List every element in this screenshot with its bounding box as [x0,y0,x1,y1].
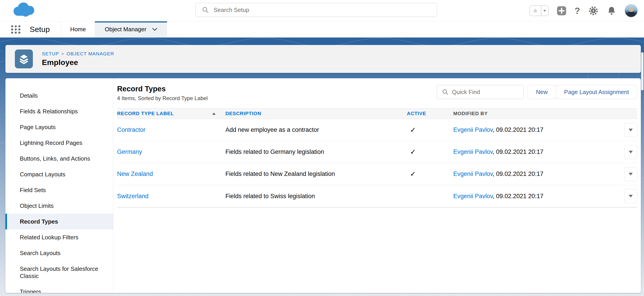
sidebar-item-buttons-links-actions[interactable]: Buttons, Links, and Actions [6,151,113,166]
modified-date: , 09.02.2021 20:17 [493,148,543,155]
modified-by-link[interactable]: Evgenii Pavlov [453,171,493,177]
notifications-bell-icon[interactable] [606,6,616,16]
user-avatar[interactable] [625,4,638,17]
global-header: ★ ? [0,0,644,21]
record-types-table: RECORD TYPE LABEL DESCRIPTION ACTIVE MOD… [117,108,637,208]
modified-by-link[interactable]: Evgenii Pavlov [453,148,493,155]
app-title: Setup [30,25,50,34]
panel-subtitle: 4 Items, Sorted by Record Type Label [117,95,208,101]
sidebar-item-triggers[interactable]: Triggers [6,284,113,293]
quick-create-plus-icon[interactable] [557,6,566,16]
column-header-description[interactable]: DESCRIPTION [226,111,407,116]
tab-home-label: Home [70,26,86,33]
record-types-panel: Record Types 4 Items, Sorted by Record T… [113,78,641,293]
table-row: Germany Fields related to Germany legisl… [117,141,637,163]
record-type-description: Fields related to Germany legislation [226,148,407,155]
panel-title: Record Types [117,85,208,93]
sidebar-item-search-layouts[interactable]: Search Layouts [6,245,113,261]
salesforce-setup-page: { "header": { "search_placeholder": "Sea… [0,0,644,296]
table-header-row: RECORD TYPE LABEL DESCRIPTION ACTIVE MOD… [117,108,637,119]
modified-date: , 09.02.2021 20:17 [493,171,543,177]
panel-buttons: New Page Layout Assignment [528,85,637,99]
column-header-modified-by: MODIFIED BY [453,111,616,116]
dropdown-arrow-icon [629,129,633,131]
table-row: New Zealand Fields related to New Zealan… [117,163,637,185]
active-check-icon: ✓ [410,148,416,156]
row-actions-dropdown-button[interactable] [624,145,637,159]
row-actions-dropdown-button[interactable] [624,123,637,137]
setup-gear-icon[interactable] [588,6,598,16]
column-header-record-type-label[interactable]: RECORD TYPE LABEL [117,111,226,116]
record-type-description: Add new employee as a contractor [226,126,407,133]
record-type-link[interactable]: Contractor [117,126,146,133]
modified-date: , 09.02.2021 20:17 [493,126,543,133]
sidebar-item-details[interactable]: Details [6,88,113,103]
table-row: Contractor Add new employee as a contrac… [117,119,637,141]
quick-find-input[interactable] [452,89,520,96]
sidebar-item-page-layouts[interactable]: Page Layouts [6,119,113,135]
new-button[interactable]: New [528,85,556,99]
object-icon [15,49,33,68]
breadcrumb-setup-link[interactable]: SETUP [42,51,59,56]
caret-down-icon [543,10,546,11]
active-check-icon: ✓ [410,126,416,134]
record-type-link[interactable]: Germany [117,148,142,155]
active-check-icon: ✓ [410,170,416,178]
favorites-control: ★ [530,6,548,16]
salesforce-cloud-logo [11,1,36,18]
favorites-list-button[interactable] [541,6,548,16]
modified-date: , 09.02.2021 20:17 [493,193,543,200]
column-header-active[interactable]: ACTIVE [407,111,453,116]
sort-ascending-icon [212,113,216,115]
record-type-description: Fields related to Swiss legislation [226,193,407,200]
record-type-description: Fields related to New Zealand legislatio… [226,171,407,177]
search-icon [202,6,209,13]
content-card: Details Fields & Relationships Page Layo… [6,78,641,293]
sidebar-item-compact-layouts[interactable]: Compact Layouts [6,166,113,182]
row-actions-dropdown-button[interactable] [624,189,637,203]
header-actions: ★ ? [530,0,638,21]
record-type-link[interactable]: New Zealand [117,171,153,177]
global-search [196,3,437,17]
sidebar-item-search-layouts-classic[interactable]: Search Layouts for Salesforce Classic [6,261,113,284]
dropdown-arrow-icon [629,151,633,153]
sidebar-item-fields-relationships[interactable]: Fields & Relationships [6,103,113,119]
quick-find [437,85,524,99]
tab-object-manager[interactable]: Object Manager [95,21,167,37]
help-icon[interactable]: ? [575,6,580,15]
setup-nav-bar: Setup Home Object Manager [0,21,644,37]
sidebar-item-lightning-record-pages[interactable]: Lightning Record Pages [6,135,113,151]
modified-by-link[interactable]: Evgenii Pavlov [453,193,493,200]
tab-object-manager-label: Object Manager [105,26,146,33]
page-title: Employee [42,58,114,67]
dropdown-arrow-icon [629,173,633,175]
breadcrumb: SETUP>OBJECT MANAGER [42,51,114,56]
row-actions-dropdown-button[interactable] [624,167,637,181]
dropdown-arrow-icon [629,195,633,198]
page-layout-assignment-button[interactable]: Page Layout Assignment [556,85,637,99]
favorites-star-button[interactable]: ★ [530,6,541,16]
chevron-down-icon [152,28,157,31]
object-sidebar: Details Fields & Relationships Page Layo… [6,78,113,293]
breadcrumb-object-manager-link[interactable]: OBJECT MANAGER [66,51,114,56]
search-icon [442,89,448,95]
layers-icon [18,53,30,65]
star-icon: ★ [532,7,538,15]
sidebar-item-related-lookup-filters[interactable]: Related Lookup Filters [6,229,113,245]
table-row: Switzerland Fields related to Swiss legi… [117,185,637,207]
record-type-link[interactable]: Switzerland [117,193,148,200]
column-label: RECORD TYPE LABEL [117,111,174,116]
app-launcher-waffle-icon[interactable] [11,25,21,34]
sidebar-item-object-limits[interactable]: Object Limits [6,198,113,214]
tab-home[interactable]: Home [61,21,95,37]
page-scrollbar-thumb[interactable] [641,52,644,90]
breadcrumb-separator: > [59,51,66,56]
breadcrumb-card: SETUP>OBJECT MANAGER Employee [6,45,641,73]
sidebar-item-record-types[interactable]: Record Types [6,214,113,229]
search-setup-input[interactable] [214,6,432,13]
sidebar-item-field-sets[interactable]: Field Sets [6,182,113,198]
modified-by-link[interactable]: Evgenii Pavlov [453,126,493,133]
